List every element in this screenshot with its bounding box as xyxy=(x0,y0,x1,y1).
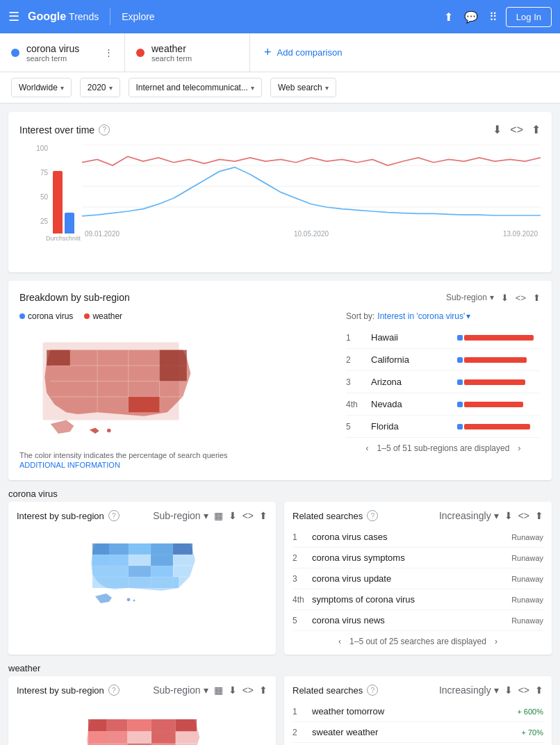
corona-prev-page[interactable]: ‹ xyxy=(338,637,341,646)
corona-related-header: Related searches ? Increasingly ▾ ⬇ <> ⬆ xyxy=(293,510,543,521)
weather-related-card: Related searches ? Increasingly ▾ ⬇ <> ⬆… xyxy=(284,676,552,745)
corona-related-embed[interactable]: <> xyxy=(518,510,529,521)
apps-icon[interactable]: ⠿ xyxy=(489,10,497,24)
weather-related-num-2: 2 xyxy=(293,728,312,737)
legend-dot-red xyxy=(84,313,90,319)
download-icon[interactable]: ⬇ xyxy=(493,123,502,136)
bar-blue xyxy=(65,213,74,234)
corona-related-list: 1 corona virus cases Runaway 2 corona vi… xyxy=(293,527,543,631)
corona-subregion-chevron: ▾ xyxy=(204,510,208,521)
share-icon[interactable]: ⬆ xyxy=(532,123,541,136)
term1-dot xyxy=(11,49,19,57)
corona-share-icon[interactable]: ⬆ xyxy=(259,510,267,521)
weather-increasingly-dropdown[interactable]: Increasingly ▾ xyxy=(439,685,499,696)
weather-interest-actions: Sub-region ▾ ▦ ⬇ <> ⬆ xyxy=(153,685,267,696)
corona-subregion-filter[interactable]: Sub-region ▾ xyxy=(153,510,208,521)
svg-rect-42 xyxy=(106,719,127,731)
corona-download-icon[interactable]: ⬇ xyxy=(229,510,237,521)
related-text-1[interactable]: corona virus cases xyxy=(312,532,511,542)
svg-point-34 xyxy=(133,599,135,601)
additional-info-link[interactable]: ADDITIONAL INFORMATION xyxy=(19,461,335,469)
svg-rect-25 xyxy=(151,543,173,566)
weather-interest-info[interactable]: ? xyxy=(108,685,120,696)
corona-related-actions: Increasingly ▾ ⬇ <> ⬆ xyxy=(439,510,543,521)
related-text-5[interactable]: corona virus news xyxy=(312,615,511,625)
svg-rect-47 xyxy=(106,731,127,743)
term1-more-icon[interactable]: ⋮ xyxy=(104,47,113,58)
weather-related-embed[interactable]: <> xyxy=(518,685,529,696)
corona-related-download[interactable]: ⬇ xyxy=(504,510,513,521)
related-text-4[interactable]: symptoms of corona virus xyxy=(312,594,511,605)
rank-num-2: 2 xyxy=(346,355,365,365)
weather-related-info[interactable]: ? xyxy=(367,685,378,696)
weather-download-icon[interactable]: ⬇ xyxy=(229,685,237,696)
card-title: Interest over time ? xyxy=(19,124,110,136)
corona-related-share[interactable]: ⬆ xyxy=(535,510,543,521)
weather-embed-icon[interactable]: <> xyxy=(242,685,254,696)
next-page[interactable]: › xyxy=(518,443,520,453)
subregion-button[interactable]: Sub-region ▾ xyxy=(446,293,494,302)
breakdown-map: corona virus weather xyxy=(19,311,335,469)
share-icon-2[interactable]: ⬆ xyxy=(533,293,541,303)
term2-label: search term xyxy=(151,54,192,63)
corona-next-page[interactable]: › xyxy=(495,637,497,646)
weather-subregion-filter[interactable]: Sub-region ▾ xyxy=(153,685,208,696)
year-filter[interactable]: 2020 ▾ xyxy=(80,78,120,97)
type-filter[interactable]: Web search ▾ xyxy=(270,78,336,97)
weather-related-num-1: 1 xyxy=(293,707,312,717)
term1-info: corona virus search term xyxy=(26,43,79,63)
corona-interest-info[interactable]: ? xyxy=(108,510,120,521)
svg-rect-32 xyxy=(92,577,179,588)
prev-page[interactable]: ‹ xyxy=(366,443,369,453)
bar-chart: Durchschnitt xyxy=(53,150,74,242)
breakdown-list: Sort by: Interest in 'corona virus' ▾ 1 … xyxy=(346,311,541,469)
interest-info-icon[interactable]: ? xyxy=(99,124,110,136)
svg-point-15 xyxy=(107,429,111,433)
weather-related-text-1[interactable]: weather tomorrow xyxy=(312,706,517,717)
related-badge-2: Runaway xyxy=(511,554,543,562)
category-label: Internet and telecommunicat... xyxy=(136,83,248,92)
related-num-3: 3 xyxy=(293,574,312,584)
corona-grid-icon[interactable]: ▦ xyxy=(214,510,223,521)
share-icon[interactable]: ⬆ xyxy=(444,10,453,24)
rank-num-3: 3 xyxy=(346,377,365,387)
embed-icon[interactable]: <> xyxy=(510,124,523,136)
weather-related-header: Related searches ? Increasingly ▾ ⬇ <> ⬆ xyxy=(293,685,543,696)
bar-red xyxy=(53,171,63,234)
sort-chevron: ▾ xyxy=(466,311,470,321)
rank-item-3: 3 Arizona xyxy=(346,371,541,393)
message-icon[interactable]: 💬 xyxy=(464,10,478,24)
corona-interest-actions: Sub-region ▾ ▦ ⬇ <> ⬆ xyxy=(153,510,267,521)
svg-rect-22 xyxy=(92,543,109,555)
sort-by: Sort by: Interest in 'corona virus' ▾ xyxy=(346,311,541,321)
rank-item-2: 2 California xyxy=(346,349,541,371)
weather-usa-map xyxy=(52,701,233,745)
corona-pagination-text: 1–5 out of 25 searches are displayed xyxy=(349,637,486,646)
menu-icon[interactable]: ☰ xyxy=(8,9,19,24)
y-50: 50 xyxy=(40,193,48,201)
weather-grid-icon[interactable]: ▦ xyxy=(214,685,223,696)
category-filter[interactable]: Internet and telecommunicat... ▾ xyxy=(129,78,262,97)
embed-icon-2[interactable]: <> xyxy=(516,293,526,303)
weather-related-text-2[interactable]: sweater weather xyxy=(312,727,522,737)
corona-related-info[interactable]: ? xyxy=(367,510,378,521)
worldwide-filter[interactable]: Worldwide ▾ xyxy=(11,78,72,97)
weather-related-download[interactable]: ⬇ xyxy=(504,685,513,696)
corona-embed-icon[interactable]: <> xyxy=(242,510,254,521)
legend-dot-blue xyxy=(19,313,25,319)
related-text-3[interactable]: corona virus update xyxy=(312,573,511,584)
related-text-2[interactable]: corona virus symptoms xyxy=(312,552,511,563)
line-chart-area: 09.01.2020 10.05.2020 13.09.2020 xyxy=(82,145,541,256)
related-num-2: 2 xyxy=(293,553,312,563)
weather-two-col: Interest by sub-region ? Sub-region ▾ ▦ … xyxy=(8,676,552,745)
term1-label: search term xyxy=(26,54,79,63)
login-button[interactable]: Log In xyxy=(506,7,552,27)
download-icon-2[interactable]: ⬇ xyxy=(501,293,509,303)
related-num-4: 4th xyxy=(293,595,312,605)
weather-share-icon[interactable]: ⬆ xyxy=(259,685,267,696)
related-item-5: 5 corona virus news Runaway xyxy=(293,610,543,631)
weather-related-share[interactable]: ⬆ xyxy=(535,685,543,696)
add-comparison-button[interactable]: + Add comparison xyxy=(250,33,356,72)
increasingly-dropdown[interactable]: Increasingly ▾ xyxy=(439,510,499,521)
sort-value[interactable]: Interest in 'corona virus' ▾ xyxy=(377,311,470,321)
